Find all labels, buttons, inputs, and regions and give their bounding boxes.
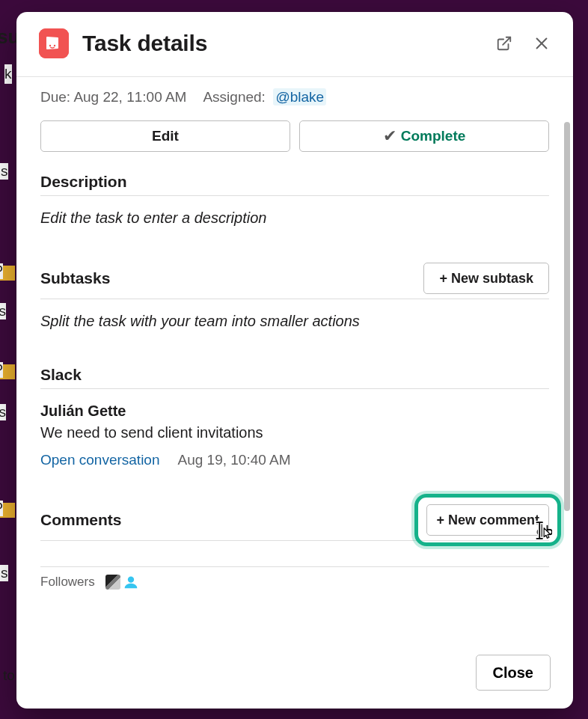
check-icon: ✔ bbox=[383, 126, 396, 146]
slack-section: Slack Julián Gette We need to send clien… bbox=[40, 366, 549, 468]
bg-fragment: AP bbox=[0, 501, 3, 516]
close-button[interactable]: Close bbox=[476, 655, 551, 691]
followers-label: Followers bbox=[40, 575, 95, 590]
bg-fragment: as bbox=[0, 303, 6, 319]
follower-avatar-2[interactable] bbox=[123, 575, 138, 590]
description-placeholder: Edit the task to enter a description bbox=[40, 209, 549, 227]
assigned-text: Assigned: @blake bbox=[203, 89, 326, 105]
due-date-text: Due: Aug 22, 11:00 AM bbox=[40, 89, 186, 105]
follower-avatar-1[interactable] bbox=[105, 575, 120, 590]
task-details-modal: Task details Due: Aug 22, 11:00 AM Assig… bbox=[16, 12, 573, 709]
slack-author: Julián Gette bbox=[40, 403, 549, 420]
tutorial-highlight bbox=[414, 494, 561, 546]
svg-point-1 bbox=[49, 45, 51, 46]
complete-button[interactable]: ✔Complete bbox=[299, 120, 549, 152]
slack-timestamp: Aug 19, 10:40 AM bbox=[178, 452, 291, 468]
subtasks-section: Subtasks + New subtask Split the task wi… bbox=[40, 263, 549, 330]
modal-header: Task details bbox=[16, 12, 573, 77]
bg-fragment: ails bbox=[0, 163, 8, 180]
scrollbar-thumb[interactable] bbox=[564, 122, 570, 511]
mention-assignee[interactable]: @blake bbox=[273, 88, 326, 105]
modal-title: Task details bbox=[82, 31, 207, 56]
modal-footer: Close bbox=[16, 637, 573, 709]
description-section: Description Edit the task to enter a des… bbox=[40, 173, 549, 227]
bg-fragment: AP bbox=[0, 263, 3, 279]
bg-fragment: to bbox=[3, 667, 15, 684]
bg-fragment: k bbox=[4, 64, 12, 84]
bg-fragment: AP bbox=[0, 362, 3, 378]
subtasks-heading: Subtasks bbox=[40, 269, 110, 287]
slack-message: We need to send client invitations bbox=[40, 424, 549, 441]
edit-button[interactable]: Edit bbox=[40, 120, 290, 152]
svg-line-3 bbox=[503, 37, 510, 45]
close-icon[interactable] bbox=[533, 34, 551, 52]
app-icon bbox=[39, 28, 69, 58]
comments-heading: Comments bbox=[40, 511, 122, 529]
new-subtask-button[interactable]: + New subtask bbox=[423, 263, 549, 294]
comments-section: Comments + New comment Followers bbox=[40, 504, 549, 590]
modal-body: Due: Aug 22, 11:00 AM Assigned: @blake E… bbox=[16, 77, 573, 637]
followers-row: Followers bbox=[40, 566, 549, 590]
svg-point-6 bbox=[128, 577, 134, 583]
task-meta: Due: Aug 22, 11:00 AM Assigned: @blake bbox=[40, 89, 549, 105]
open-conversation-link[interactable]: Open conversation bbox=[40, 452, 160, 468]
open-external-icon[interactable] bbox=[495, 34, 513, 52]
svg-point-2 bbox=[54, 45, 55, 46]
description-heading: Description bbox=[40, 173, 549, 196]
bg-fragment: ails bbox=[0, 565, 8, 581]
slack-heading: Slack bbox=[40, 366, 549, 389]
subtasks-placeholder: Split the task with your team into small… bbox=[40, 313, 549, 330]
bg-fragment: as bbox=[0, 404, 6, 420]
